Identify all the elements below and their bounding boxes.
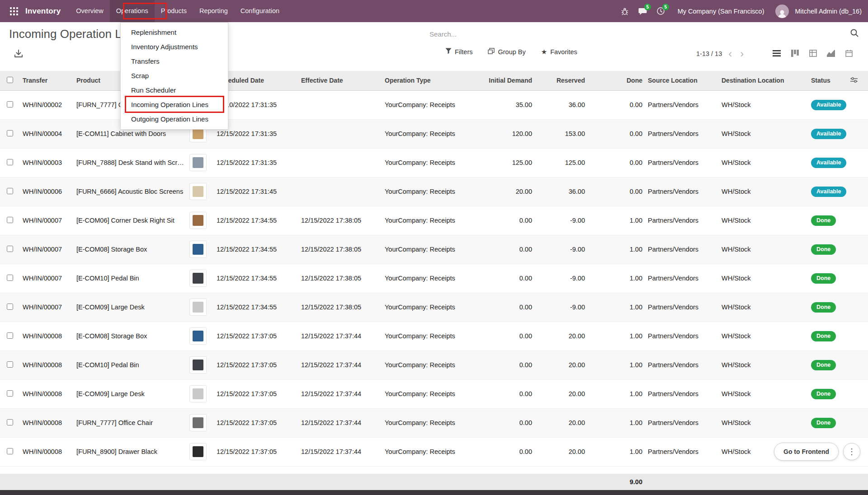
- effective-date-cell[interactable]: [298, 90, 382, 119]
- scheduled-date-cell[interactable]: 12/15/2022 17:37:05: [214, 408, 298, 437]
- reserved-cell[interactable]: 20.00: [535, 350, 588, 379]
- product-cell[interactable]: [FURN_7888] Desk Stand with Screen: [74, 148, 187, 177]
- destination-location-cell[interactable]: WH/Stock: [719, 408, 808, 437]
- initial-demand-cell[interactable]: 0.00: [475, 264, 535, 293]
- reserved-cell[interactable]: -9.00: [535, 235, 588, 264]
- reserved-cell[interactable]: 20.00: [535, 408, 588, 437]
- activities-clock-icon[interactable]: 5: [655, 5, 667, 17]
- reserved-cell[interactable]: -9.00: [535, 206, 588, 235]
- user-menu[interactable]: Mitchell Admin (db_16): [795, 8, 862, 15]
- transfer-cell[interactable]: WH/IN/00007: [20, 206, 74, 235]
- messages-icon[interactable]: 5: [637, 5, 649, 17]
- product-cell[interactable]: [E-COM10] Pedal Bin: [74, 264, 187, 293]
- search-input[interactable]: [429, 30, 850, 38]
- source-location-cell[interactable]: Partners/Vendors: [645, 264, 719, 293]
- kanban-view-icon[interactable]: [787, 47, 803, 60]
- destination-location-cell[interactable]: WH/Stock: [719, 235, 808, 264]
- transfer-cell[interactable]: WH/IN/00003: [20, 148, 74, 177]
- company-switcher[interactable]: My Company (San Francisco): [678, 8, 764, 15]
- graph-view-icon[interactable]: [823, 47, 839, 60]
- scheduled-date-cell[interactable]: 12/15/2022 17:37:05: [214, 322, 298, 350]
- reserved-cell[interactable]: -9.00: [535, 264, 588, 293]
- filters-button[interactable]: Filters: [445, 48, 472, 56]
- transfer-cell[interactable]: WH/IN/00008: [20, 322, 74, 350]
- destination-location-cell[interactable]: WH/Stock: [719, 379, 808, 408]
- effective-date-cell[interactable]: 12/15/2022 17:38:05: [298, 264, 382, 293]
- table-row[interactable]: WH/IN/00003[FURN_7888] Desk Stand with S…: [0, 148, 868, 177]
- initial-demand-cell[interactable]: 0.00: [475, 322, 535, 350]
- source-location-cell[interactable]: Partners/Vendors: [645, 350, 719, 379]
- source-location-cell[interactable]: Partners/Vendors: [645, 235, 719, 264]
- operation-type-cell[interactable]: YourCompany: Receipts: [382, 119, 475, 148]
- done-cell[interactable]: 1.00: [588, 408, 645, 437]
- select-all-checkbox[interactable]: [7, 77, 13, 83]
- effective-date-cell[interactable]: 12/15/2022 17:37:44: [298, 408, 382, 437]
- row-checkbox[interactable]: [7, 304, 13, 310]
- destination-location-cell[interactable]: WH/Stock: [719, 322, 808, 350]
- menu-item-incoming-operation-lines[interactable]: Incoming Operation Lines: [121, 98, 228, 112]
- initial-demand-cell[interactable]: 0.00: [475, 350, 535, 379]
- debug-bug-icon[interactable]: [619, 5, 631, 17]
- initial-demand-cell[interactable]: 125.00: [475, 148, 535, 177]
- transfer-cell[interactable]: WH/IN/00007: [20, 235, 74, 264]
- export-icon[interactable]: [13, 47, 24, 59]
- effective-date-cell[interactable]: 12/15/2022 17:37:44: [298, 379, 382, 408]
- source-location-cell[interactable]: Partners/Vendors: [645, 119, 719, 148]
- row-checkbox[interactable]: [7, 419, 13, 425]
- scheduled-date-cell[interactable]: 12/15/2022 17:34:55: [214, 235, 298, 264]
- menu-item-scrap[interactable]: Scrap: [121, 69, 228, 83]
- avatar[interactable]: [775, 5, 789, 18]
- destination-location-cell[interactable]: WH/Stock: [719, 350, 808, 379]
- header-done[interactable]: Done: [588, 71, 645, 90]
- source-location-cell[interactable]: Partners/Vendors: [645, 90, 719, 119]
- table-row[interactable]: WH/IN/00006[FURN_6666] Acoustic Bloc Scr…: [0, 177, 868, 206]
- product-cell[interactable]: [E-COM08] Storage Box: [74, 235, 187, 264]
- scheduled-date-cell[interactable]: 12/15/2022 17:37:05: [214, 437, 298, 466]
- nav-operations[interactable]: Operations: [110, 0, 155, 22]
- go-to-frontend-button[interactable]: Go to Frontend: [774, 443, 839, 461]
- source-location-cell[interactable]: Partners/Vendors: [645, 437, 719, 466]
- favorites-button[interactable]: ★ Favorites: [541, 48, 577, 56]
- done-cell[interactable]: 1.00: [588, 322, 645, 350]
- table-row[interactable]: WH/IN/00007[E-COM06] Corner Desk Right S…: [0, 206, 868, 235]
- table-row[interactable]: WH/IN/00007[E-COM09] Large Desk12/15/202…: [0, 293, 868, 322]
- effective-date-cell[interactable]: 12/15/2022 17:38:05: [298, 206, 382, 235]
- done-cell[interactable]: 0.00: [588, 119, 645, 148]
- done-cell[interactable]: 1.00: [588, 264, 645, 293]
- scheduled-date-cell[interactable]: 12/15/2022 17:31:45: [214, 177, 298, 206]
- destination-location-cell[interactable]: WH/Stock: [719, 264, 808, 293]
- row-checkbox[interactable]: [7, 361, 13, 368]
- initial-demand-cell[interactable]: 0.00: [475, 235, 535, 264]
- source-location-cell[interactable]: Partners/Vendors: [645, 148, 719, 177]
- menu-item-inventory-adjustments[interactable]: Inventory Adjustments: [121, 40, 228, 54]
- product-cell[interactable]: [FURN_8900] Drawer Black: [74, 437, 187, 466]
- header-initial-demand[interactable]: Initial Demand: [475, 71, 535, 90]
- transfer-cell[interactable]: WH/IN/00008: [20, 379, 74, 408]
- operation-type-cell[interactable]: YourCompany: Receipts: [382, 206, 475, 235]
- destination-location-cell[interactable]: WH/Stock: [719, 206, 808, 235]
- more-options-icon[interactable]: ⋮: [843, 443, 860, 460]
- pager-previous-icon[interactable]: ‹: [726, 49, 734, 58]
- scheduled-date-cell[interactable]: 12/15/2022 17:34:55: [214, 293, 298, 322]
- operation-type-cell[interactable]: YourCompany: Receipts: [382, 293, 475, 322]
- table-row[interactable]: WH/IN/00007[E-COM10] Pedal Bin12/15/2022…: [0, 264, 868, 293]
- table-row[interactable]: WH/IN/00008[E-COM08] Storage Box12/15/20…: [0, 322, 868, 350]
- table-row[interactable]: WH/IN/00008[E-COM10] Pedal Bin12/15/2022…: [0, 350, 868, 379]
- done-cell[interactable]: 1.00: [588, 437, 645, 466]
- product-cell[interactable]: [E-COM10] Pedal Bin: [74, 350, 187, 379]
- nav-reporting[interactable]: Reporting: [193, 0, 234, 22]
- effective-date-cell[interactable]: [298, 177, 382, 206]
- apps-grid-icon[interactable]: [6, 4, 22, 19]
- app-name[interactable]: Inventory: [25, 7, 61, 16]
- operation-type-cell[interactable]: YourCompany: Receipts: [382, 90, 475, 119]
- header-status[interactable]: Status: [808, 71, 848, 90]
- initial-demand-cell[interactable]: 0.00: [475, 293, 535, 322]
- destination-location-cell[interactable]: WH/Stock: [719, 177, 808, 206]
- reserved-cell[interactable]: 20.00: [535, 437, 588, 466]
- done-cell[interactable]: 0.00: [588, 90, 645, 119]
- operation-type-cell[interactable]: YourCompany: Receipts: [382, 148, 475, 177]
- destination-location-cell[interactable]: WH/Stock: [719, 90, 808, 119]
- header-destination-location[interactable]: Destination Location: [719, 71, 808, 90]
- operation-type-cell[interactable]: YourCompany: Receipts: [382, 264, 475, 293]
- transfer-cell[interactable]: WH/IN/00008: [20, 350, 74, 379]
